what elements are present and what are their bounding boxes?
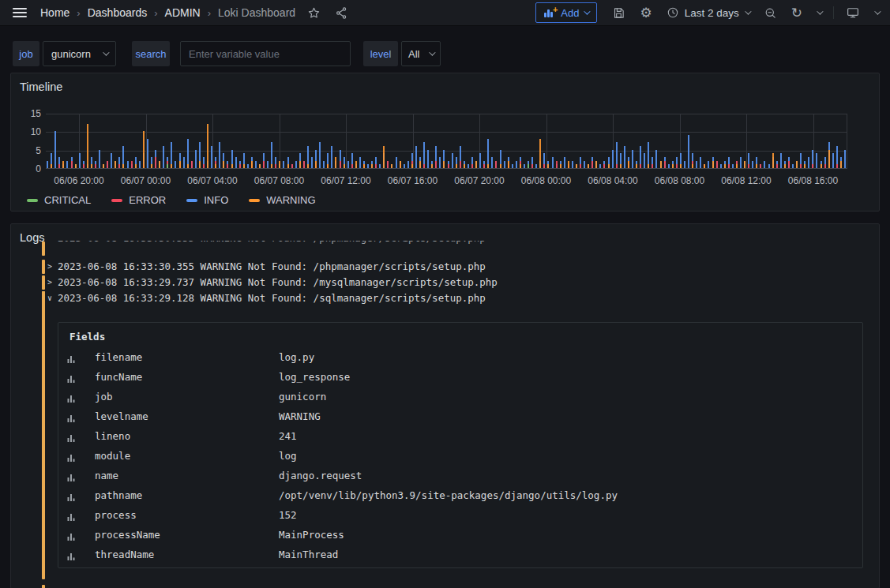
chart-bar-error: [83, 164, 84, 168]
field-stats-icon[interactable]: [67, 432, 76, 446]
chart-bar-info: [655, 150, 657, 168]
chart-bar-info: [479, 153, 481, 168]
nav-overflow-dropdown[interactable]: [867, 10, 879, 15]
field-name: threadName: [95, 548, 154, 562]
field-stats-icon[interactable]: [67, 530, 76, 545]
field-stats-icon[interactable]: [67, 392, 76, 406]
chart-bar-error: [95, 164, 96, 168]
chart-bar-warning: [327, 164, 329, 168]
chart-bar-warning: [307, 164, 309, 168]
share-button[interactable]: [328, 0, 355, 25]
breadcrumb-home[interactable]: Home: [40, 6, 69, 19]
favorite-button[interactable]: [300, 0, 328, 25]
chart-bar-error: [531, 164, 533, 168]
chart-bar-error: [303, 161, 305, 168]
field-name: pathname: [95, 489, 142, 503]
breadcrumb-folder[interactable]: ADMIN: [165, 6, 201, 19]
chart-bar-warning: [259, 164, 261, 168]
chart-bar-warning: [796, 161, 798, 168]
chart-bar-info: [396, 157, 397, 168]
field-stats-icon[interactable]: [67, 511, 76, 525]
gridline-y: [46, 151, 847, 152]
log-row[interactable]: 2023-06-08 16:33:29.128 WARNING Not Foun…: [58, 290, 486, 306]
log-row-border: [42, 585, 45, 588]
chart-bar-info: [844, 150, 846, 168]
log-row-expand-icon[interactable]: >: [47, 259, 55, 275]
chart-bar-warning: [660, 161, 662, 168]
add-button[interactable]: + Add: [535, 2, 597, 23]
field-stats-icon[interactable]: [67, 373, 76, 387]
field-stats-icon[interactable]: [67, 412, 76, 426]
field-row: process152: [58, 508, 862, 522]
chart-bar-warning: [215, 164, 216, 168]
share-icon: [335, 6, 348, 20]
field-stats-icon[interactable]: [67, 491, 76, 505]
chart-bar-warning: [231, 164, 233, 168]
chart-bar-info: [612, 150, 614, 168]
legend-item-critical[interactable]: CRITICAL: [27, 194, 91, 206]
field-row: namedjango.request: [58, 469, 862, 483]
field-name: name: [95, 469, 118, 483]
x-tick-label: 06/07 08:00: [244, 175, 315, 186]
legend-item-info[interactable]: INFO: [186, 194, 228, 206]
chart-bar-warning: [560, 164, 561, 168]
legend-swatch-info: [186, 199, 197, 202]
legend-item-error[interactable]: ERROR: [111, 194, 166, 206]
field-row: funcNamelog_response: [58, 370, 862, 384]
field-stats-icon[interactable]: [67, 471, 76, 485]
save-dashboard-button[interactable]: [605, 6, 633, 20]
chart-bar-error: [495, 161, 497, 168]
chart-bar-warning: [744, 161, 745, 168]
log-row[interactable]: 2023-06-08 16:33:30.355 WARNING Not Foun…: [58, 259, 486, 275]
log-row-expand-icon[interactable]: >: [47, 275, 55, 290]
chart-bar-info: [219, 142, 220, 168]
chart-bar-info: [367, 164, 369, 168]
chart-bar-info: [347, 161, 349, 168]
chart-bar-info: [255, 161, 257, 168]
menu-button[interactable]: [11, 0, 34, 25]
chart-bar-info: [54, 131, 56, 168]
chart-bar-error: [227, 164, 228, 168]
log-row-partial[interactable]: 2023-06-08 16:33:30.355 WARNING Not Foun…: [58, 241, 839, 250]
chart-bar-warning: [704, 164, 705, 168]
time-range-picker[interactable]: Last 2 days: [659, 6, 757, 19]
refresh-button[interactable]: ↻: [784, 6, 809, 20]
chart-bar-warning: [179, 161, 181, 168]
fields-title: Fields: [69, 331, 105, 343]
chart-bar-info: [684, 161, 685, 168]
breadcrumb-separator: ›: [77, 7, 80, 19]
chevron-down-icon: [584, 8, 591, 14]
chart-bar-info: [415, 146, 417, 168]
variable-search-input[interactable]: [180, 41, 351, 66]
legend-item-warning[interactable]: WARNING: [249, 194, 315, 206]
chart-bar-warning: [135, 164, 137, 168]
chart-bar-warning: [456, 164, 457, 168]
refresh-interval-dropdown[interactable]: [809, 10, 828, 15]
log-row-border: [42, 275, 45, 290]
variable-select-job[interactable]: gunicorn: [43, 41, 116, 66]
y-tick-label: 15: [11, 108, 41, 119]
log-row[interactable]: 2023-06-08 16:33:29.737 WARNING Not Foun…: [58, 275, 498, 290]
breadcrumb-dashboards[interactable]: Dashboards: [88, 6, 148, 19]
kiosk-mode-button[interactable]: [839, 6, 867, 20]
x-tick-label: 06/07 00:00: [111, 175, 182, 186]
log-row-collapse-icon[interactable]: ∨: [47, 290, 55, 306]
chart-bar-warning: [692, 164, 693, 168]
chart-bar-error: [155, 157, 156, 168]
x-tick-label: 06/07 12:00: [310, 175, 381, 186]
dashboard-settings-button[interactable]: ⚙: [633, 6, 659, 20]
field-stats-icon[interactable]: [67, 353, 76, 367]
field-value: MainProcess: [279, 528, 344, 542]
chart-bar-warning: [223, 161, 224, 168]
field-stats-icon[interactable]: [67, 451, 76, 466]
variable-select-level[interactable]: All: [401, 41, 441, 66]
field-value: log_response: [279, 370, 350, 384]
x-tick-label: 06/07 20:00: [444, 175, 515, 186]
chart-bar-critical: [528, 164, 529, 168]
field-stats-icon[interactable]: [67, 550, 76, 564]
chart-bar-info: [752, 161, 753, 168]
field-name: funcName: [95, 370, 142, 384]
timeline-chart[interactable]: [46, 114, 847, 169]
chart-bar-warning: [115, 161, 116, 168]
zoom-out-button[interactable]: [757, 6, 784, 20]
